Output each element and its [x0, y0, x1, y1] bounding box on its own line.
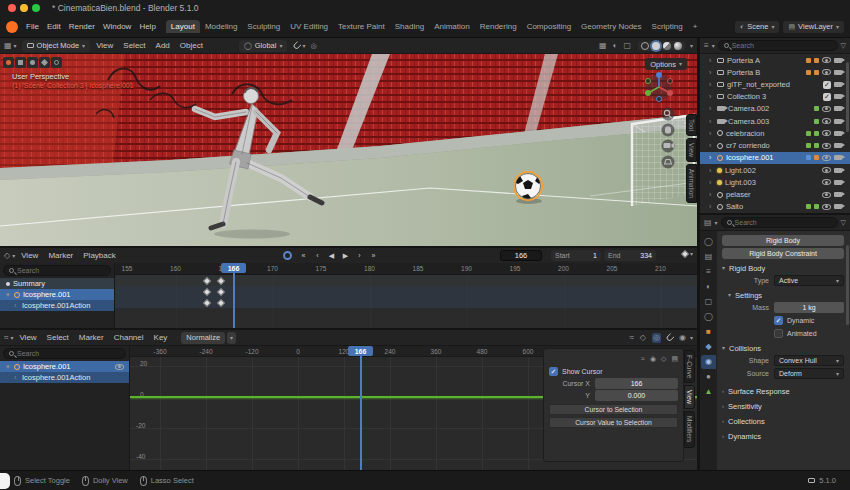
- outliner-row-camera-002[interactable]: › Camera.002: [700, 103, 850, 115]
- cursor-x-field[interactable]: 166: [595, 378, 678, 389]
- collection-checkbox[interactable]: ✓: [823, 93, 831, 101]
- disclosure-icon[interactable]: ›: [709, 69, 714, 76]
- maximize-button[interactable]: [32, 4, 40, 12]
- frame-end-field[interactable]: End 334: [604, 250, 656, 261]
- next-keyframe-button[interactable]: ›: [353, 250, 366, 261]
- menu-edit[interactable]: Edit: [43, 22, 65, 31]
- channel-icosphere-action[interactable]: › Icosphere.001Action: [0, 300, 114, 311]
- eye-icon[interactable]: [822, 155, 831, 161]
- minimize-button[interactable]: [20, 4, 28, 12]
- scene-selector[interactable]: ◐ Scene ▾: [735, 21, 780, 33]
- keying-set-controls[interactable]: ▾: [682, 251, 693, 257]
- disclosure-icon[interactable]: ›: [709, 118, 714, 125]
- disclosure-icon[interactable]: ›: [709, 93, 714, 100]
- menu-help[interactable]: Help: [135, 22, 159, 31]
- tab-output[interactable]: ≡: [701, 265, 716, 279]
- chevron-down-icon[interactable]: ▾: [715, 220, 718, 226]
- current-frame-field[interactable]: 166: [500, 250, 542, 261]
- tab-object-data[interactable]: ▲: [701, 385, 716, 399]
- channel-icosphere[interactable]: ▾ Icosphere.001: [0, 361, 129, 372]
- ghost-curves-icon[interactable]: ≈: [629, 334, 633, 342]
- show-cursor-row[interactable]: ✓ Show Cursor: [549, 365, 678, 377]
- workspace-tab-uv-editing[interactable]: UV Editing: [285, 20, 333, 33]
- disclosure-icon[interactable]: ›: [709, 203, 714, 210]
- source-dropdown[interactable]: Deform ▾: [774, 368, 844, 379]
- close-button[interactable]: [8, 4, 16, 12]
- tab-view-layer[interactable]: ◐: [701, 280, 716, 294]
- overlay-icon[interactable]: ▤: [671, 355, 678, 362]
- sidebar-tab-fcurve[interactable]: F-Curve: [684, 350, 695, 383]
- menu-marker[interactable]: Marker: [44, 251, 77, 260]
- rotate-tool-button[interactable]: [51, 57, 62, 68]
- chevron-down-icon[interactable]: ▾: [14, 43, 17, 49]
- animated-checkbox[interactable]: [774, 329, 783, 338]
- menu-marker[interactable]: Marker: [75, 333, 108, 342]
- render-visibility-icon[interactable]: [834, 192, 842, 197]
- workspace-tab-animation[interactable]: Animation: [429, 20, 475, 33]
- eye-icon[interactable]: [822, 57, 831, 63]
- tab-modifiers[interactable]: ◆: [701, 340, 716, 354]
- outliner-row-celebracion[interactable]: › celebracion: [700, 127, 850, 139]
- outliner-row-light-003[interactable]: › Light.003: [700, 176, 850, 188]
- workspace-tab-modeling[interactable]: Modeling: [200, 20, 242, 33]
- eye-icon[interactable]: [822, 130, 831, 136]
- disclosure-icon[interactable]: ›: [709, 105, 714, 112]
- disclosure-icon[interactable]: ›: [14, 374, 19, 381]
- menu-add[interactable]: Add: [152, 41, 174, 50]
- collection-checkbox[interactable]: ✓: [823, 81, 831, 89]
- editor-type-icon[interactable]: ▦: [4, 42, 12, 50]
- pivot-point-icon[interactable]: ◎: [652, 333, 661, 343]
- eye-icon[interactable]: [822, 69, 831, 75]
- normalize-icon[interactable]: ≈: [641, 355, 645, 362]
- outliner-row-icosphere-001[interactable]: › Icosphere.001: [700, 152, 850, 164]
- outliner-row-porteria-b[interactable]: › Porteria B: [700, 66, 850, 78]
- eye-icon[interactable]: [822, 192, 831, 198]
- menu-playback[interactable]: Playback: [79, 251, 119, 260]
- menu-view[interactable]: View: [15, 333, 40, 342]
- render-visibility-icon[interactable]: [834, 131, 842, 136]
- outliner-row-porteria-a[interactable]: › Porteria A: [700, 54, 850, 66]
- shading-wireframe-icon[interactable]: [641, 42, 649, 50]
- sidebar-tab-animation[interactable]: Animation: [686, 164, 697, 203]
- tab-object[interactable]: ■: [701, 325, 716, 339]
- render-visibility-icon[interactable]: [834, 180, 842, 185]
- sidebar-tab-view[interactable]: View: [686, 138, 697, 162]
- add-workspace-button[interactable]: +: [688, 20, 703, 33]
- sidebar-tab-view[interactable]: View: [684, 385, 695, 409]
- mass-field[interactable]: 1 kg: [774, 302, 844, 313]
- transform-orientation-selector[interactable]: ◯ Global ▾: [239, 40, 288, 52]
- cursor-tool-button[interactable]: [27, 57, 38, 68]
- prev-keyframe-button[interactable]: ‹: [311, 250, 324, 261]
- disclosure-icon[interactable]: ›: [709, 81, 714, 88]
- sensitivity-panel-header[interactable]: › Sensitivity: [722, 400, 844, 412]
- tab-particles[interactable]: ●: [701, 370, 716, 384]
- dopesheet-ruler[interactable]: 155 160 165 170 175 180 185 190 195 200 …: [115, 263, 697, 275]
- editor-type-icon[interactable]: ≡: [704, 42, 709, 50]
- chevron-down-icon[interactable]: ▾: [302, 43, 305, 49]
- editor-type-icon[interactable]: ◇: [4, 252, 10, 260]
- tab-tool[interactable]: ◯: [701, 235, 716, 249]
- tab-scene[interactable]: ▢: [701, 295, 716, 309]
- snap-magnet-icon[interactable]: [665, 333, 674, 342]
- menu-key[interactable]: Key: [150, 333, 172, 342]
- menu-select[interactable]: Select: [119, 41, 149, 50]
- channel-icosphere[interactable]: ▾ Icosphere.001: [0, 289, 114, 300]
- workspace-tab-geometry-nodes[interactable]: Geometry Nodes: [576, 20, 646, 33]
- normalize-button[interactable]: Normalize: [181, 332, 225, 344]
- proportional-editing-icon[interactable]: ◉: [679, 334, 686, 342]
- disclosure-icon[interactable]: ›: [709, 154, 714, 161]
- dopesheet-search-input[interactable]: Search: [3, 265, 111, 276]
- jump-to-end-button[interactable]: »: [367, 250, 380, 261]
- disclosure-icon[interactable]: ›: [709, 191, 714, 198]
- handles-icon[interactable]: ◇: [661, 355, 666, 362]
- menu-file[interactable]: File: [22, 22, 43, 31]
- rigid-body-constraint-enable-button[interactable]: Rigid Body Constraint: [722, 248, 844, 259]
- channel-summary[interactable]: Summary: [0, 278, 114, 289]
- proportional-editing-icon[interactable]: ◎: [310, 42, 316, 49]
- chevron-down-icon[interactable]: ▾: [12, 253, 15, 259]
- render-visibility-icon[interactable]: [834, 94, 842, 99]
- chevron-down-icon[interactable]: ▾: [712, 43, 715, 49]
- outliner-row-camera-003[interactable]: › Camera.003: [700, 115, 850, 127]
- render-visibility-icon[interactable]: [834, 70, 842, 75]
- shading-rendered-icon[interactable]: [674, 42, 682, 50]
